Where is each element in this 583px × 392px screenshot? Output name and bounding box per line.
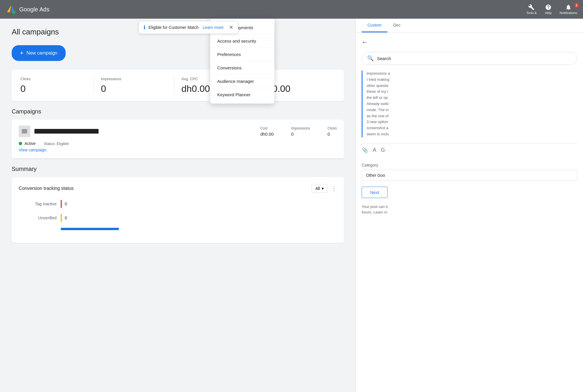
tag-inactive-value: 0 xyxy=(65,202,67,206)
all-select-label: All xyxy=(315,186,320,191)
notification-badge: 1 xyxy=(574,3,579,8)
tag-inactive-label: Tag inactive xyxy=(19,202,57,206)
campaign-clicks-label: Clicks xyxy=(328,126,337,130)
dropdown-item-preferences[interactable]: Preferences xyxy=(210,48,274,61)
info-banner: ℹ Eligible for Customer Match Learn more… xyxy=(139,21,238,34)
campaigns-title: Campaigns xyxy=(12,108,344,115)
campaign-impressions-label: Impressions xyxy=(291,126,310,130)
category-dropdown[interactable]: Other Goo xyxy=(362,170,577,181)
banner-text: Eligible for Customer Match xyxy=(148,25,199,30)
search-bar[interactable]: 🔍 Search xyxy=(362,52,577,65)
help-label: Help xyxy=(545,11,552,15)
learn-more-link[interactable]: Learn more xyxy=(203,25,224,30)
category-section: Category Other Goo xyxy=(362,163,577,181)
status-eligible-label: Status: Eligible xyxy=(44,141,69,146)
help-menu[interactable]: Help xyxy=(545,4,552,15)
nav-actions: Tools & Help 1 Notifications xyxy=(526,4,577,15)
banner-close-button[interactable]: ✕ xyxy=(229,24,233,31)
google-ads-logo-icon xyxy=(6,4,16,15)
app-name: Google Ads xyxy=(19,6,49,13)
campaign-thumbnail xyxy=(19,125,30,137)
notifications-label: Notifications xyxy=(560,11,577,15)
tab-dec[interactable]: Dec xyxy=(387,19,406,32)
attachment-icon[interactable]: 📎 xyxy=(362,147,368,153)
tracking-title: Conversion tracking status xyxy=(19,186,74,191)
tools-icon xyxy=(528,4,535,10)
campaign-name-blurred xyxy=(34,129,99,134)
new-campaign-button[interactable]: + New campaign xyxy=(12,45,66,61)
google-icon[interactable]: G xyxy=(381,147,385,153)
campaign-impressions: Impressions 0 xyxy=(291,126,310,136)
right-panel: Custom Dec ← 🔍 Search impressions a I tr… xyxy=(356,19,583,392)
notifications-menu[interactable]: 1 Notifications xyxy=(560,4,577,15)
main-content: All campaigns + New campaign Clicks 0 Im… xyxy=(0,19,356,392)
campaigns-card: Cost dh0.00 Impressions 0 Clicks 0 xyxy=(12,120,344,159)
all-select-dropdown[interactable]: All ▾ xyxy=(311,184,328,193)
tracking-bar-yellow: 0 xyxy=(61,214,67,222)
campaign-cost: Cost dh0.00 xyxy=(260,126,274,136)
new-campaign-label: New campaign xyxy=(27,50,57,56)
unverified-value: 0 xyxy=(65,216,67,220)
tab-custom[interactable]: Custom xyxy=(362,19,387,32)
clicks-value: 0 xyxy=(20,83,87,94)
summary-title: Summary xyxy=(12,166,344,172)
tracking-bar-blue-wide xyxy=(61,228,119,230)
back-arrow-button[interactable]: ← xyxy=(362,38,368,46)
status-dot-green xyxy=(19,142,22,145)
right-panel-tabs: Custom Dec xyxy=(356,19,583,33)
stat-impressions: Impressions 0 xyxy=(94,77,174,94)
tracking-row-blue xyxy=(19,228,337,230)
text-tools-bar: 📎 A G xyxy=(362,143,577,157)
top-nav: Google Ads Tools & Help 1 Notifications xyxy=(0,0,583,19)
campaign-clicks-value: 0 xyxy=(328,132,337,136)
tracking-rows: Tag inactive 0 Unverified 0 xyxy=(19,200,337,230)
campaign-status: Active Status: Eligible xyxy=(19,141,69,146)
tracking-row-inactive: Tag inactive 0 xyxy=(19,200,337,208)
svg-point-2 xyxy=(12,10,15,14)
dropdown-item-audience[interactable]: Audience manager xyxy=(210,75,274,88)
tracking-bar-red: 0 xyxy=(61,200,67,208)
campaign-clicks: Clicks 0 xyxy=(328,126,337,136)
search-input[interactable]: Search xyxy=(377,56,391,61)
status-active-label: Active xyxy=(24,141,36,146)
impressions-label: Impressions xyxy=(101,77,167,81)
category-label: Category xyxy=(362,163,577,167)
stat-clicks: Clicks 0 xyxy=(20,77,94,94)
tools-menu[interactable]: Tools & xyxy=(526,4,537,15)
clicks-label: Clicks xyxy=(20,77,87,81)
campaign-name-area xyxy=(19,125,99,137)
next-button[interactable]: Next xyxy=(362,187,388,198)
search-icon: 🔍 xyxy=(367,55,374,62)
campaign-impressions-value: 0 xyxy=(291,132,310,136)
summary-card: Conversion tracking status All ▾ ⋮ Tag i… xyxy=(12,177,344,243)
campaign-cost-label: Cost xyxy=(260,126,274,130)
stats-card: Clicks 0 Impressions 0 Avg. CPC dh0.00 C… xyxy=(12,70,344,101)
chevron-down-icon: ▾ xyxy=(322,186,324,191)
dropdown-item-conversions[interactable]: Conversions xyxy=(210,61,274,75)
help-icon xyxy=(545,4,552,10)
more-options-button[interactable]: ⋮ xyxy=(331,185,337,192)
campaign-row: Cost dh0.00 Impressions 0 Clicks 0 xyxy=(12,120,344,159)
post-note: Your post can b forum. Learn m xyxy=(362,204,577,215)
nav-logo: Google Ads xyxy=(6,4,49,15)
tracking-controls: All ▾ ⋮ xyxy=(311,184,337,193)
campaign-thumb-icon xyxy=(22,128,27,134)
unverified-label: Unverified xyxy=(19,216,57,220)
svg-marker-0 xyxy=(7,5,11,12)
text-format-icon[interactable]: A xyxy=(373,147,376,153)
plus-icon: + xyxy=(20,49,24,57)
red-bar xyxy=(61,200,62,208)
dropdown-item-access[interactable]: Access and security xyxy=(210,34,274,48)
tools-label: Tools & xyxy=(526,11,537,15)
campaign-stats: Cost dh0.00 Impressions 0 Clicks 0 xyxy=(260,126,337,136)
info-icon: ℹ xyxy=(143,24,146,31)
dropdown-item-keyword[interactable]: Keyword Planner xyxy=(210,88,274,101)
impressions-value: 0 xyxy=(101,83,167,94)
yellow-bar xyxy=(61,214,62,222)
forum-text: impressions a I tried making other quest… xyxy=(362,71,577,137)
notifications-icon xyxy=(565,4,572,10)
campaign-cost-value: dh0.00 xyxy=(260,132,274,136)
tracking-row-unverified: Unverified 0 xyxy=(19,214,337,222)
right-panel-body: ← 🔍 Search impressions a I tried making … xyxy=(356,33,583,392)
view-campaign-link[interactable]: View campaign xyxy=(19,148,46,152)
